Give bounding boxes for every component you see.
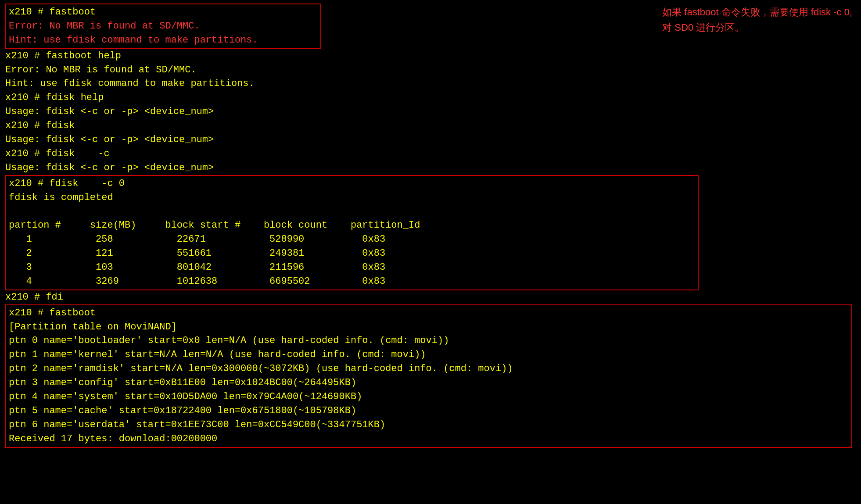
line-s2-row3: 3 103 801042 211596 0x83	[9, 261, 695, 275]
line-s3-2: [Partition table on MoviNAND]	[9, 320, 849, 334]
line-s3-6: ptn 3 name='config' start=0xB11E00 len=0…	[9, 376, 849, 390]
line-s2-2: fdisk is completed	[9, 191, 695, 205]
line-p1-5: Usage: fdisk <-c or -p> <device_num>	[5, 105, 856, 119]
line-s2-header: partion # size(MB) block start # block c…	[9, 218, 695, 232]
line-s2-1: x210 # fdisk -c 0	[9, 177, 695, 191]
line-p1-1: x210 # fastboot help	[5, 49, 856, 63]
line-s2-row2: 2 121 551661 249381 0x83	[9, 247, 695, 261]
line-p1-4: x210 # fdisk help	[5, 91, 856, 105]
line-s3-4: ptn 1 name='kernel' start=N/A len=N/A (u…	[9, 348, 849, 362]
section3-box: x210 # fastboot [Partition table on Movi…	[5, 304, 852, 448]
line-s1-1: x210 # fastboot	[9, 5, 318, 19]
line-s3-3: ptn 0 name='bootloader' start=0x0 len=N/…	[9, 334, 849, 348]
line-p2-1: x210 # fdi	[5, 290, 856, 304]
line-s2-blank	[9, 204, 695, 218]
line-s3-7: ptn 4 name='system' start=0x10D5DA00 len…	[9, 390, 849, 404]
line-p1-8: x210 # fdisk -c	[5, 147, 856, 161]
line-s3-10: Received 17 bytes: download:00200000	[9, 432, 849, 446]
line-s2-row1: 1 258 22671 528990 0x83	[9, 232, 695, 247]
terminal-output: x210 # fastboot Error: No MBR is found a…	[5, 4, 856, 448]
line-s3-5: ptn 2 name='ramdisk' start=N/A len=0x300…	[9, 362, 849, 376]
line-p1-7: Usage: fdisk <-c or -p> <device_num>	[5, 133, 856, 147]
line-p1-2: Error: No MBR is found at SD/MMC.	[5, 63, 856, 77]
line-s3-1: x210 # fastboot	[9, 306, 849, 320]
annotation-line2: 对 SD0 进行分区。	[662, 20, 852, 35]
annotation-line1: 如果 fastboot 命令失败，需要使用 fdisk -c 0,	[662, 4, 852, 20]
section1-box: x210 # fastboot Error: No MBR is found a…	[5, 4, 321, 49]
line-p1-9: Usage: fdisk <-c or -p> <device_num>	[5, 161, 856, 175]
line-p1-6: x210 # fdisk	[5, 119, 856, 133]
annotation-box: 如果 fastboot 命令失败，需要使用 fdisk -c 0, 对 SD0 …	[662, 4, 852, 35]
line-s3-8: ptn 5 name='cache' start=0x18722400 len=…	[9, 404, 849, 418]
line-p1-3: Hint: use fdisk command to make partitio…	[5, 77, 856, 91]
line-s1-2: Error: No MBR is found at SD/MMC.	[9, 19, 318, 33]
section2-box: x210 # fdisk -c 0 fdisk is completed par…	[5, 175, 699, 290]
line-s2-row4: 4 3269 1012638 6695502 0x83	[9, 275, 695, 289]
line-s3-9: ptn 6 name='userdata' start=0x1EE73C00 l…	[9, 418, 849, 432]
line-s1-3: Hint: use fdisk command to make partitio…	[9, 33, 318, 47]
